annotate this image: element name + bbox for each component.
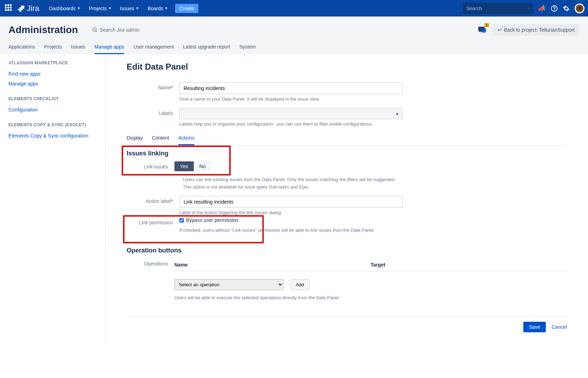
col-name: Name [174,258,371,271]
nav-issues[interactable]: Issues▼ [116,4,142,13]
issues-linking-heading: Issues linking [127,150,226,157]
bypass-permission-text: Bypass user permission [186,217,238,223]
name-hint: Give a name to your Data Panel. It will … [179,96,403,102]
operations-hint: Users will be able to execute the select… [174,295,398,300]
link-issues-no[interactable]: No [194,161,211,171]
sidebar-section-marketplace: ATLASSIAN MARKETPLACE [8,60,97,65]
col-target: Target [371,258,567,271]
operations-label: Operations [127,258,174,267]
link-permission-hint: If checked, users without "Link issues" … [179,228,403,233]
feedback-badge: 1 [484,23,489,27]
page-title: Edit Data Panel [127,62,567,72]
inner-tab-actions[interactable]: Actions [178,133,194,145]
sidebar-copy-sync-config[interactable]: Elements Copy & Sync configuration [8,131,97,141]
bypass-permission-checkbox[interactable] [179,218,184,223]
tab-applications[interactable]: Applications [8,44,35,54]
app-switcher-icon[interactable] [5,4,13,13]
search-icon [528,6,530,11]
chevron-down-icon: ▼ [77,6,81,10]
nav-boards[interactable]: Boards▼ [144,4,172,13]
sidebar-configuration[interactable]: Configuration [8,105,97,115]
search-input[interactable] [466,6,528,11]
link-issues-hint1: Users can link existing issues from the … [183,177,406,182]
jira-icon [18,5,25,12]
user-avatar[interactable] [575,4,584,13]
sidebar-section-checklist: ELEMENTS CHECKLIST [8,96,97,101]
megaphone-icon[interactable]: 📣 [538,5,546,12]
top-nav: Jira Dashboards▼ Projects▼ Issues▼ Board… [0,0,588,17]
link-permission-label: Link permission [127,217,179,225]
cancel-link[interactable]: Cancel [551,324,567,330]
admin-search[interactable]: Search Jira admin [92,27,140,33]
inner-tab-display[interactable]: Display [127,133,143,145]
sidebar-manage-apps[interactable]: Manage apps [8,79,97,89]
labels-select[interactable] [179,108,403,119]
svg-point-0 [528,8,529,9]
create-button[interactable]: Create [175,4,198,13]
svg-point-4 [93,28,96,31]
back-link-text: Back to project: TellurianSupport [504,27,575,33]
link-issues-label: Link issues [127,161,174,169]
sidebar-find-new-apps[interactable]: Find new apps [8,69,97,79]
operation-select[interactable]: Select an operation [174,279,283,290]
settings-icon[interactable] [563,5,570,12]
global-search[interactable] [463,3,533,14]
action-label-input[interactable] [179,196,403,208]
link-issues-hint2: This option is not available for issue t… [183,184,406,190]
name-input[interactable] [179,82,403,94]
inner-tab-content[interactable]: Content [152,133,169,145]
logo-text: Jira [27,4,39,13]
link-issues-yes[interactable]: Yes [174,161,194,171]
footer: Save Cancel [127,316,567,332]
nav-dashboards[interactable]: Dashboards▼ [45,4,84,13]
name-label: Name* [127,82,179,90]
admin-title: Administration [8,24,78,36]
main: ATLASSIAN MARKETPLACE Find new apps Mana… [0,54,588,343]
feedback-icon[interactable]: 1 [478,25,486,35]
labels-label: Labels [127,108,179,116]
operation-buttons-heading: Operation buttons [127,247,567,254]
chevron-down-icon: ▼ [165,6,168,10]
tab-projects[interactable]: Projects [44,44,62,54]
admin-header: Administration Search Jira admin 1 ↩ Bac… [0,17,588,54]
svg-line-5 [96,31,97,32]
svg-line-1 [529,8,529,9]
tab-issues[interactable]: Issues [71,44,85,54]
sidebar-section-copy-sync: ELEMENTS COPY & SYNC (EXOCET) [8,122,97,127]
action-label-hint: Label of the button triggering the link … [179,210,403,215]
tab-latest-upgrade[interactable]: Latest upgrade report [183,44,230,54]
back-to-project-link[interactable]: ↩ Back to project: TellurianSupport [493,24,580,36]
help-icon[interactable] [551,5,558,12]
sidebar: ATLASSIAN MARKETPLACE Find new apps Mana… [0,54,106,343]
content: Edit Data Panel Name* Give a name to you… [106,54,588,343]
chevron-down-icon: ▼ [108,6,111,10]
action-label-label: Action label* [127,196,179,204]
svg-point-3 [554,10,555,10]
tab-user-management[interactable]: User management [133,44,174,54]
inner-tabs: Display Content Actions [127,133,567,146]
admin-search-text: Search Jira admin [100,27,140,33]
add-operation-button[interactable]: Add [290,279,310,290]
save-button[interactable]: Save [523,322,546,332]
nav-items: Dashboards▼ Projects▼ Issues▼ Boards▼ Cr… [45,4,463,13]
admin-tabs: Applications Projects Issues Manage apps… [8,44,580,54]
tab-manage-apps[interactable]: Manage apps [95,44,124,54]
nav-right: 📣 [463,3,584,14]
search-icon [92,27,98,33]
tab-system[interactable]: System [239,44,256,54]
highlight-issues-linking: Issues linking Link issues Yes No [122,146,231,175]
nav-projects[interactable]: Projects▼ [85,4,115,13]
back-arrow-icon: ↩ [498,27,502,33]
chevron-down-icon: ▼ [136,6,139,10]
link-issues-toggle: Yes No [174,161,211,171]
labels-hint: Labels help you to organise your configu… [179,121,403,127]
jira-logo[interactable]: Jira [18,4,39,13]
